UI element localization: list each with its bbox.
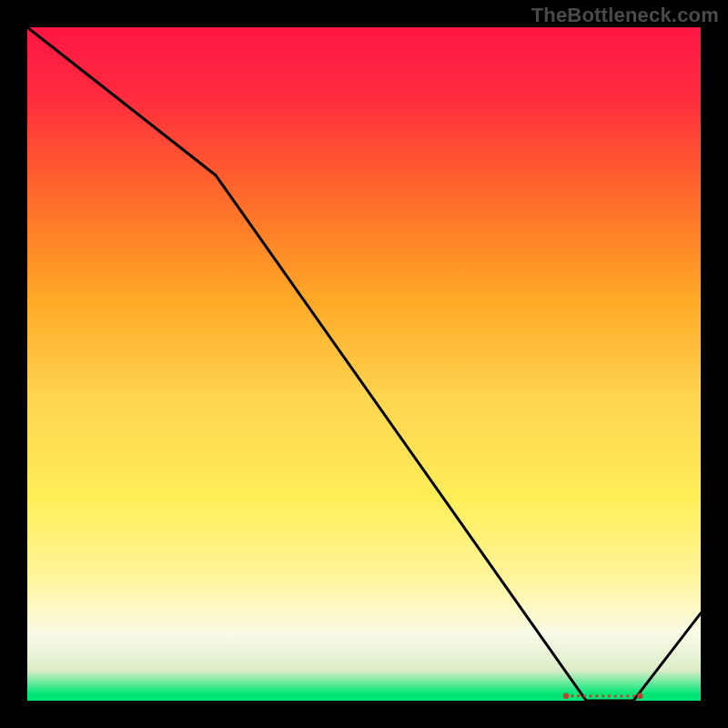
gradient-background [27, 27, 701, 701]
marker-dot [577, 694, 580, 697]
marker-dot [590, 694, 592, 697]
watermark-text: TheBottleneck.com [531, 4, 719, 27]
marker-dot-right [637, 693, 642, 699]
marker-dot [620, 694, 622, 697]
marker-dot [632, 694, 635, 697]
marker-dot [602, 694, 604, 697]
marker-dot [583, 694, 586, 697]
marker-dot [595, 694, 598, 697]
marker-dot [571, 694, 573, 697]
marker-dot [614, 694, 617, 697]
chart-stage: TheBottleneck.com [0, 0, 728, 728]
marker-dot [626, 694, 629, 697]
chart-svg [27, 27, 701, 701]
marker-dot [608, 694, 611, 697]
marker-dot-left [563, 693, 569, 699]
